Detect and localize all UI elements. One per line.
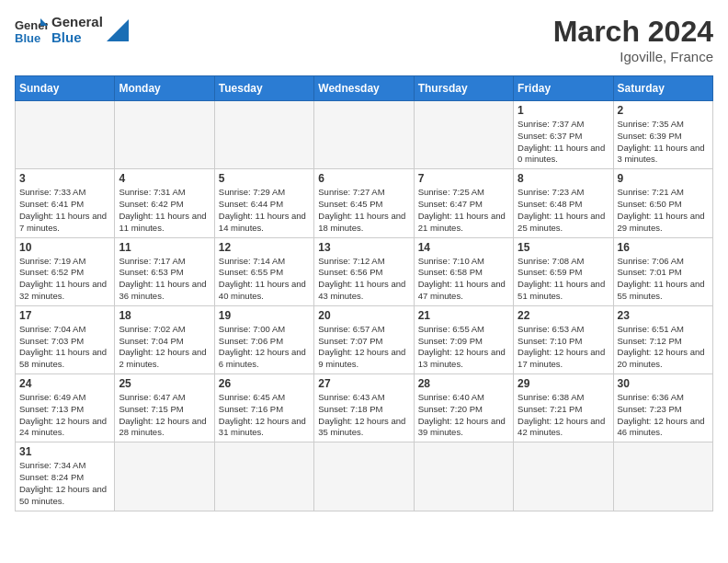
day-number: 26 [219, 377, 310, 390]
svg-text:Blue: Blue [15, 31, 40, 44]
calendar-week-row: 3Sunrise: 7:33 AM Sunset: 6:41 PM Daylig… [16, 169, 713, 237]
weekday-header-wednesday: Wednesday [314, 76, 414, 101]
calendar-day: 1Sunrise: 7:37 AM Sunset: 6:37 PM Daylig… [514, 101, 613, 169]
calendar-table: SundayMondayTuesdayWednesdayThursdayFrid… [15, 75, 713, 511]
calendar-day: 12Sunrise: 7:14 AM Sunset: 6:55 PM Dayli… [214, 237, 313, 305]
calendar-day [514, 442, 613, 511]
day-info: Sunrise: 6:47 AM Sunset: 7:15 PM Dayligh… [119, 392, 210, 439]
day-number: 20 [318, 309, 409, 322]
calendar-day: 18Sunrise: 7:02 AM Sunset: 7:04 PM Dayli… [115, 305, 214, 373]
calendar-day: 15Sunrise: 7:08 AM Sunset: 6:59 PM Dayli… [514, 237, 613, 305]
day-number: 18 [119, 309, 210, 322]
day-info: Sunrise: 7:04 AM Sunset: 7:03 PM Dayligh… [19, 324, 110, 371]
day-info: Sunrise: 7:19 AM Sunset: 6:52 PM Dayligh… [19, 256, 110, 303]
calendar-day: 14Sunrise: 7:10 AM Sunset: 6:58 PM Dayli… [414, 237, 513, 305]
day-number: 24 [19, 377, 110, 390]
day-info: Sunrise: 6:38 AM Sunset: 7:21 PM Dayligh… [518, 392, 609, 439]
day-info: Sunrise: 7:34 AM Sunset: 8:24 PM Dayligh… [19, 460, 110, 507]
calendar-day: 4Sunrise: 7:31 AM Sunset: 6:42 PM Daylig… [115, 169, 214, 237]
calendar-day: 19Sunrise: 7:00 AM Sunset: 7:06 PM Dayli… [214, 305, 313, 373]
day-info: Sunrise: 7:21 AM Sunset: 6:50 PM Dayligh… [618, 187, 709, 234]
calendar-day: 3Sunrise: 7:33 AM Sunset: 6:41 PM Daylig… [16, 169, 115, 237]
weekday-header-monday: Monday [115, 76, 214, 101]
day-info: Sunrise: 7:00 AM Sunset: 7:06 PM Dayligh… [219, 324, 310, 371]
day-number: 3 [19, 172, 110, 185]
logo-blue: Blue [51, 30, 103, 46]
calendar-day: 28Sunrise: 6:40 AM Sunset: 7:20 PM Dayli… [414, 374, 513, 442]
calendar-day: 30Sunrise: 6:36 AM Sunset: 7:23 PM Dayli… [613, 374, 712, 442]
calendar-day: 26Sunrise: 6:45 AM Sunset: 7:16 PM Dayli… [214, 374, 313, 442]
day-info: Sunrise: 6:49 AM Sunset: 7:13 PM Dayligh… [19, 392, 110, 439]
day-info: Sunrise: 6:51 AM Sunset: 7:12 PM Dayligh… [618, 324, 709, 371]
month-title: March 2024 [553, 15, 713, 49]
calendar-day: 11Sunrise: 7:17 AM Sunset: 6:53 PM Dayli… [115, 237, 214, 305]
calendar-day: 10Sunrise: 7:19 AM Sunset: 6:52 PM Dayli… [16, 237, 115, 305]
day-number: 30 [618, 377, 709, 390]
calendar-day [314, 101, 414, 169]
day-info: Sunrise: 7:06 AM Sunset: 7:01 PM Dayligh… [618, 256, 709, 303]
day-info: Sunrise: 7:17 AM Sunset: 6:53 PM Dayligh… [119, 256, 210, 303]
calendar-day [214, 101, 313, 169]
day-number: 14 [418, 241, 509, 254]
day-number: 25 [119, 377, 210, 390]
calendar-day: 23Sunrise: 6:51 AM Sunset: 7:12 PM Dayli… [613, 305, 712, 373]
day-info: Sunrise: 7:37 AM Sunset: 6:37 PM Dayligh… [518, 119, 609, 166]
calendar-day: 17Sunrise: 7:04 AM Sunset: 7:03 PM Dayli… [16, 305, 115, 373]
day-info: Sunrise: 7:29 AM Sunset: 6:44 PM Dayligh… [219, 187, 310, 234]
weekday-header-saturday: Saturday [613, 76, 712, 101]
calendar-day [115, 101, 214, 169]
calendar-day: 21Sunrise: 6:55 AM Sunset: 7:09 PM Dayli… [414, 305, 513, 373]
calendar-day: 5Sunrise: 7:29 AM Sunset: 6:44 PM Daylig… [214, 169, 313, 237]
day-info: Sunrise: 7:25 AM Sunset: 6:47 PM Dayligh… [418, 187, 509, 234]
day-info: Sunrise: 6:57 AM Sunset: 7:07 PM Dayligh… [318, 324, 409, 371]
calendar-day: 31Sunrise: 7:34 AM Sunset: 8:24 PM Dayli… [16, 442, 115, 511]
calendar-day: 22Sunrise: 6:53 AM Sunset: 7:10 PM Dayli… [514, 305, 613, 373]
day-info: Sunrise: 7:35 AM Sunset: 6:39 PM Dayligh… [618, 119, 709, 166]
day-info: Sunrise: 7:08 AM Sunset: 6:59 PM Dayligh… [518, 256, 609, 303]
weekday-header-friday: Friday [514, 76, 613, 101]
calendar-day: 16Sunrise: 7:06 AM Sunset: 7:01 PM Dayli… [613, 237, 712, 305]
calendar-day: 24Sunrise: 6:49 AM Sunset: 7:13 PM Dayli… [16, 374, 115, 442]
day-number: 22 [518, 309, 609, 322]
day-number: 13 [318, 241, 409, 254]
day-info: Sunrise: 6:43 AM Sunset: 7:18 PM Dayligh… [318, 392, 409, 439]
calendar-day: 6Sunrise: 7:27 AM Sunset: 6:45 PM Daylig… [314, 169, 414, 237]
day-info: Sunrise: 7:14 AM Sunset: 6:55 PM Dayligh… [219, 256, 310, 303]
day-info: Sunrise: 7:33 AM Sunset: 6:41 PM Dayligh… [19, 187, 110, 234]
calendar-week-row: 10Sunrise: 7:19 AM Sunset: 6:52 PM Dayli… [16, 237, 713, 305]
weekday-header-thursday: Thursday [414, 76, 513, 101]
day-info: Sunrise: 7:02 AM Sunset: 7:04 PM Dayligh… [119, 324, 210, 371]
weekday-header-tuesday: Tuesday [214, 76, 313, 101]
day-number: 16 [618, 241, 709, 254]
calendar-day: 9Sunrise: 7:21 AM Sunset: 6:50 PM Daylig… [613, 169, 712, 237]
day-number: 2 [618, 104, 709, 117]
weekday-header-row: SundayMondayTuesdayWednesdayThursdayFrid… [16, 76, 713, 101]
day-info: Sunrise: 7:12 AM Sunset: 6:56 PM Dayligh… [318, 256, 409, 303]
logo-icon: General Blue [15, 17, 48, 44]
day-number: 23 [618, 309, 709, 322]
day-info: Sunrise: 7:27 AM Sunset: 6:45 PM Dayligh… [318, 187, 409, 234]
day-number: 21 [418, 309, 509, 322]
day-info: Sunrise: 7:23 AM Sunset: 6:48 PM Dayligh… [518, 187, 609, 234]
location: Igoville, France [553, 49, 713, 64]
day-info: Sunrise: 6:45 AM Sunset: 7:16 PM Dayligh… [219, 392, 310, 439]
day-number: 8 [518, 172, 609, 185]
day-info: Sunrise: 7:31 AM Sunset: 6:42 PM Dayligh… [119, 187, 210, 234]
day-number: 9 [618, 172, 709, 185]
day-number: 17 [19, 309, 110, 322]
calendar-day: 8Sunrise: 7:23 AM Sunset: 6:48 PM Daylig… [514, 169, 613, 237]
calendar-day: 27Sunrise: 6:43 AM Sunset: 7:18 PM Dayli… [314, 374, 414, 442]
day-info: Sunrise: 7:10 AM Sunset: 6:58 PM Dayligh… [418, 256, 509, 303]
day-info: Sunrise: 6:40 AM Sunset: 7:20 PM Dayligh… [418, 392, 509, 439]
day-number: 4 [119, 172, 210, 185]
calendar-day [613, 442, 712, 511]
calendar-week-row: 1Sunrise: 7:37 AM Sunset: 6:37 PM Daylig… [16, 101, 713, 169]
calendar-week-row: 31Sunrise: 7:34 AM Sunset: 8:24 PM Dayli… [16, 442, 713, 511]
day-number: 19 [219, 309, 310, 322]
weekday-header-sunday: Sunday [16, 76, 115, 101]
calendar-day: 13Sunrise: 7:12 AM Sunset: 6:56 PM Dayli… [314, 237, 414, 305]
calendar-day [16, 101, 115, 169]
day-number: 7 [418, 172, 509, 185]
day-number: 15 [518, 241, 609, 254]
day-info: Sunrise: 6:55 AM Sunset: 7:09 PM Dayligh… [418, 324, 509, 371]
